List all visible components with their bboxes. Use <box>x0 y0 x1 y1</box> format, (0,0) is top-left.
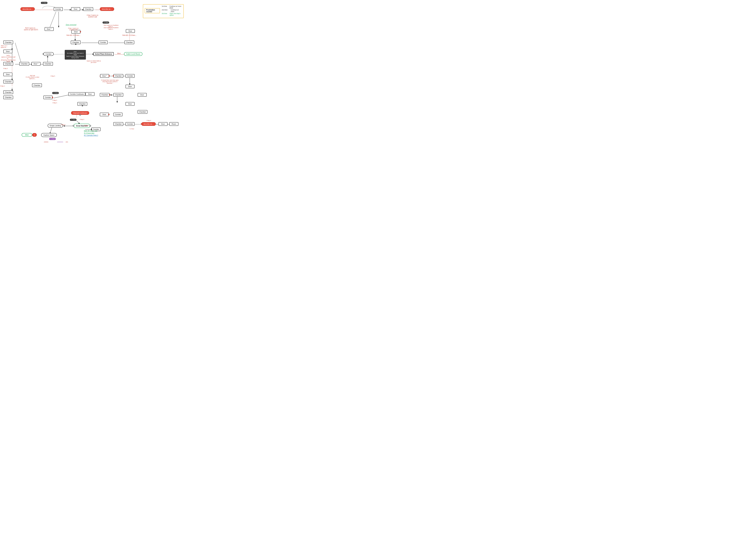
if-closed-label: if closed then next time open only above… <box>100 79 120 84</box>
svg-line-10 <box>50 12 56 27</box>
legend-action-3: Open next day's option <box>170 13 182 16</box>
roll12-node: Roll 1 or 2opens to… <box>1 45 7 48</box>
door-bottom-node: Door <box>100 113 109 116</box>
plus1h-top-node: +1 Hour <box>41 2 47 4</box>
corridor-main-label: Corridor <box>43 96 52 99</box>
chamber-lmid1-label: Chamber <box>3 40 13 44</box>
room-node: Room <box>169 122 178 126</box>
corridor-r3-label: Corridor <box>125 122 135 126</box>
cabin-lock-label: Cabin Lock Room <box>124 52 142 56</box>
campsite-node: 40, Campsite Night 3 <box>84 135 98 136</box>
east-note-label: East.No matter if you turn back it leads… <box>65 50 86 60</box>
mark30-label: Mark 30 Circle + Dir <box>84 130 97 132</box>
if-day1-node: if day 1 opens on southern wall <box>66 28 81 31</box>
chamber-lmid3-node: Chamber <box>3 62 13 66</box>
roll-1d4-node: Roll 1d4if 4 then there's a door opens t… <box>25 75 40 79</box>
num23-label: 2-3 <box>43 142 49 142</box>
door-day3-label: Door <box>3 73 12 76</box>
flowchart-canvas: describe as… Corridor Door Chamber descr… <box>0 0 193 142</box>
chamber-day3-node: Chamber <box>3 80 13 83</box>
explore-space-node: Explore Space <box>41 133 57 137</box>
legend-time-2: 2nd time <box>162 9 170 12</box>
corridor-r2-node: Corridor <box>113 113 122 116</box>
empty-landing-node: Empty Landing <box>48 124 63 128</box>
chamber-r3-node: Chamber <box>100 93 110 97</box>
roll-d20-2-node: Roll d20. If 15 then… <box>122 34 137 36</box>
if-day4-3-node: If day 4 <box>84 125 89 126</box>
chamber-mid-right-node: Chamber <box>124 40 134 44</box>
if-closed-node: if closed then next time open only above… <box>100 79 120 84</box>
num23-node: 2-3 <box>43 142 49 142</box>
door-star2-node: Door * <box>100 74 109 78</box>
if-day4-3-label: If day 4 <box>84 125 89 126</box>
if-day6-node: if day 6 <box>61 124 65 126</box>
chamber-corridor-node: Chamber <box>3 96 13 99</box>
door-mid2-label: Door <box>85 92 95 96</box>
plus1h-explore-node: +1 Hour <box>49 138 56 140</box>
chamber-lmid2-node: Chamber <box>20 62 29 66</box>
describe-left-node: describe as… <box>21 7 35 11</box>
plus-half-day-label: +1/2 day <box>57 142 64 142</box>
if-day6-label: if day 6 <box>61 124 65 126</box>
stairwell-node: Stairwell continues <box>71 111 89 115</box>
chamber-if5-label: Chamber <box>32 83 42 87</box>
door-star-node: Door * <box>45 27 54 31</box>
if-day2-label: if day 2 opens on southern wall <box>85 14 100 18</box>
door-r2-label: Door <box>138 93 147 97</box>
campsite-label: 40, Campsite Night 3 <box>84 135 98 136</box>
door-room-node: Door <box>158 122 168 126</box>
door-opens-south2-node: Door opens on Southern Wall of… <box>104 27 119 30</box>
opens-west-label: Opens on West Wall as per Door* <box>86 60 101 63</box>
legend-action-1: Continue w/ more detail <box>170 5 182 9</box>
chamber-lmid3-label: Chamber <box>3 62 13 66</box>
door-room-label: Door <box>158 122 168 126</box>
corridor-top-node: Corridor <box>54 7 63 11</box>
door-lmid-star-node: Door * <box>31 62 40 66</box>
door-star-label: Door * <box>45 27 54 31</box>
chamber-corridor-label: Chamber <box>3 96 13 99</box>
if-day5-2-label: if day 5 <box>80 119 84 120</box>
west-label-text: West <box>117 53 121 54</box>
chamber-mid1-node: Chamber <box>71 40 81 44</box>
plus-half-day-node: +1/2 day <box>57 142 64 142</box>
svg-line-35 <box>50 128 52 134</box>
door-star2-label: Door * <box>100 74 109 78</box>
if-day5-2-node: if day 5 <box>80 119 84 120</box>
roll4-label: Roll 4opens on southern wall to…(if leav… <box>1 55 16 62</box>
door-r3-label: Door <box>125 102 135 106</box>
roll4-node: Roll 4opens on southern wall to…(if leav… <box>1 55 16 62</box>
if-day3-2-label: if day 3 <box>52 100 57 101</box>
corridor-mid1-node: Corridor <box>99 40 108 44</box>
room-label: Room <box>169 122 178 126</box>
if-day8-label: if day 8 <box>147 120 151 121</box>
legend-time-1: 1st time <box>162 5 168 9</box>
hours31-node: 31 4 hours later <box>84 132 95 134</box>
corridor-west-node: Corridor <box>43 52 54 56</box>
door-r1-node: Door <box>125 85 135 88</box>
chamber-mid2-node: Chamber <box>77 102 87 106</box>
opens-west-node: Opens on West Wall as per Door* <box>86 60 101 63</box>
chamber-lmid1-node: Chamber <box>3 40 13 44</box>
door-lmid1-node: Door <box>3 49 12 53</box>
chamber-r1-node: Chamber <box>113 74 123 78</box>
door-mid2-node: Door <box>85 92 95 96</box>
chamber-r1-label: Chamber <box>113 74 123 78</box>
if-day3-1-node: if day 3 <box>3 68 8 69</box>
frustration-title: Frustration counter <box>145 8 160 13</box>
chamber-top-node: Chamber <box>83 7 93 11</box>
chamber-main-node: Chamber <box>43 62 53 66</box>
if-day2-node: if day 2 opens on southern wall <box>85 14 100 18</box>
corridor-continues-label: Corridor Continues <box>68 92 85 96</box>
plus1h-r-label: +1 Hour <box>129 128 134 130</box>
roll-d20-1-node: Roll d20. If 15 then… <box>67 34 81 36</box>
door-bottom-label: Door <box>100 113 109 116</box>
door-r1-label: Door <box>125 85 135 88</box>
plus1h-corridor-node: +1 Hour <box>52 92 59 94</box>
roll3-label: Roll 3 opens to…[same as right door*] <box>24 27 39 31</box>
svg-line-21 <box>15 43 22 64</box>
if-day3-2-node: if day 3 <box>52 100 57 101</box>
door-lmid1-label: Door <box>3 49 12 53</box>
describe-r-node: describe as… <box>141 122 156 126</box>
door-lmid-star-label: Door * <box>31 62 40 66</box>
chamber-r5-label: Chamber <box>113 122 123 126</box>
